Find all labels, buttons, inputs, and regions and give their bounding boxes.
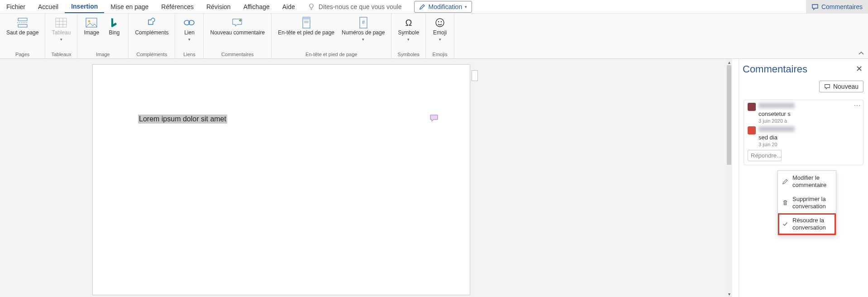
svg-text:#: # [362, 19, 365, 25]
chevron-down-icon: ▾ [60, 37, 62, 42]
tab-view[interactable]: Affichage [237, 0, 276, 13]
new-comment-pane-button[interactable]: Nouveau [819, 81, 863, 92]
new-comment-icon [230, 16, 245, 29]
trash-icon [782, 199, 789, 206]
tell-me-search[interactable]: Dites-nous ce que vous voule [301, 3, 408, 10]
symbol-label: Symbole [398, 30, 419, 36]
page-numbers-button[interactable]: # Numéros de page ▾ [339, 14, 387, 43]
comment-date: 3 juin 20 [758, 142, 795, 147]
new-comment-pane-label: Nouveau [833, 83, 858, 90]
table-button[interactable]: Tableau ▾ [49, 14, 73, 43]
svg-rect-3 [56, 18, 67, 27]
addins-label: Compléments [135, 30, 168, 36]
addins-button[interactable]: Compléments [132, 14, 171, 38]
symbol-icon: Ω [401, 16, 416, 29]
comments-toolbar-label: Commentaires [821, 3, 863, 10]
editing-mode-button[interactable]: Modification ▾ [414, 1, 472, 13]
pencil-icon [782, 178, 789, 185]
page-break-button[interactable]: Saut de page [4, 14, 41, 38]
more-options-icon[interactable]: ⋯ [854, 101, 861, 110]
ribbon-group-addins: Compléments Compléments [129, 14, 175, 58]
tab-file[interactable]: Fichier [0, 0, 32, 13]
comment-context-menu: Modifier le commentaire Supprimer la con… [777, 170, 836, 235]
pencil-icon [419, 4, 425, 10]
comment-item: sed dia 3 juin 20 [748, 126, 859, 147]
bing-button[interactable]: Bing [104, 14, 124, 38]
reply-input[interactable]: Répondre... [748, 150, 782, 161]
chevron-down-icon: ▾ [188, 37, 191, 42]
comment-date: 3 juin 2020 à [758, 118, 795, 124]
editing-mode-label: Modification [428, 3, 462, 10]
svg-rect-0 [18, 18, 27, 21]
comment-item: consetetur s 3 juin 2020 à [748, 103, 859, 124]
tab-insert[interactable]: Insertion [65, 0, 104, 13]
tab-home[interactable]: Accueil [32, 0, 65, 13]
new-comment-button[interactable]: Nouveau commentaire [207, 14, 267, 38]
new-comment-label: Nouveau commentaire [210, 30, 265, 36]
tab-layout[interactable]: Mise en page [104, 0, 155, 13]
scroll-down-icon[interactable]: ▾ [726, 291, 732, 297]
comment-author [758, 103, 795, 108]
svg-rect-1 [18, 24, 27, 27]
close-icon[interactable]: ✕ [854, 64, 863, 73]
ribbon-group-label: Compléments [132, 51, 171, 58]
comment-marker-icon[interactable] [430, 115, 438, 122]
picture-button[interactable]: Image [81, 14, 102, 38]
chevron-down-icon: ▾ [465, 5, 467, 9]
ctx-edit-label: Modifier le commentaire [792, 174, 832, 188]
document-canvas[interactable]: Lorem ipsum dolor sit amet [0, 59, 732, 297]
tab-references[interactable]: Références [155, 0, 200, 13]
ribbon-group-emojis: Emoji ▾ Emojis [426, 14, 454, 58]
ribbon-group-header-footer: En-tête et pied de page # Numéros de pag… [272, 14, 391, 58]
comments-pane-title: Commentaires [743, 63, 864, 75]
ribbon-group-links: Lien ▾ Liens [175, 14, 204, 58]
ctx-resolve-thread[interactable]: Résoudre la conversation [778, 213, 836, 235]
svg-rect-15 [303, 17, 310, 19]
ribbon: Saut de page Pages Tableau ▾ Tableaux Im… [0, 14, 868, 59]
document-page[interactable]: Lorem ipsum dolor sit amet [92, 64, 470, 295]
comment-thread[interactable]: ⋯ consetetur s 3 juin 2020 à sed dia 3 j… [744, 100, 863, 165]
selected-text[interactable]: Lorem ipsum dolor sit amet [138, 115, 227, 124]
svg-point-22 [438, 21, 439, 22]
comment-icon [824, 83, 830, 90]
link-button[interactable]: Lien ▾ [179, 14, 200, 43]
comment-text: sed dia [758, 134, 795, 141]
comments-toolbar-button[interactable]: Commentaires [806, 0, 868, 14]
svg-text:Ω: Ω [405, 18, 412, 28]
check-icon [782, 220, 789, 228]
ctx-edit-comment[interactable]: Modifier le commentaire [778, 171, 836, 192]
ribbon-group-tables: Tableau ▾ Tableaux [45, 14, 77, 58]
scroll-track[interactable] [726, 65, 732, 291]
svg-point-21 [436, 19, 444, 27]
ribbon-collapse-button[interactable] [854, 14, 868, 58]
ribbon-group-pages: Saut de page Pages [0, 14, 45, 58]
emoji-label: Emoji [433, 30, 447, 36]
tab-help[interactable]: Aide [276, 0, 301, 13]
ribbon-group-label: Symboles [395, 51, 422, 58]
svg-point-23 [441, 21, 442, 22]
chevron-down-icon: ▾ [439, 37, 441, 42]
page-break-icon [15, 16, 30, 29]
link-icon [182, 16, 196, 29]
header-footer-icon [299, 16, 314, 29]
ribbon-group-label: Commentaires [207, 51, 267, 58]
ctx-delete-thread[interactable]: Supprimer la conversation [778, 192, 836, 213]
table-icon [54, 16, 68, 29]
bing-icon [107, 16, 121, 29]
ribbon-group-comments: Nouveau commentaire Commentaires [204, 14, 272, 58]
chevron-down-icon: ▾ [362, 37, 364, 42]
tab-review[interactable]: Révision [200, 0, 237, 13]
ruler-widget[interactable] [472, 70, 478, 81]
symbol-button[interactable]: Ω Symbole ▾ [395, 14, 422, 43]
scroll-thumb[interactable] [727, 65, 731, 165]
bing-label: Bing [109, 30, 119, 36]
header-footer-button[interactable]: En-tête et pied de page [275, 14, 337, 38]
ribbon-group-label: Pages [4, 51, 41, 58]
avatar [748, 126, 756, 134]
lightbulb-icon [308, 3, 315, 10]
emoji-button[interactable]: Emoji ▾ [429, 14, 450, 43]
link-label: Lien [184, 30, 195, 36]
vertical-scrollbar[interactable]: ▴ ▾ [726, 59, 732, 297]
scroll-up-icon[interactable]: ▴ [726, 59, 732, 65]
ctx-delete-label: Supprimer la conversation [792, 196, 832, 210]
